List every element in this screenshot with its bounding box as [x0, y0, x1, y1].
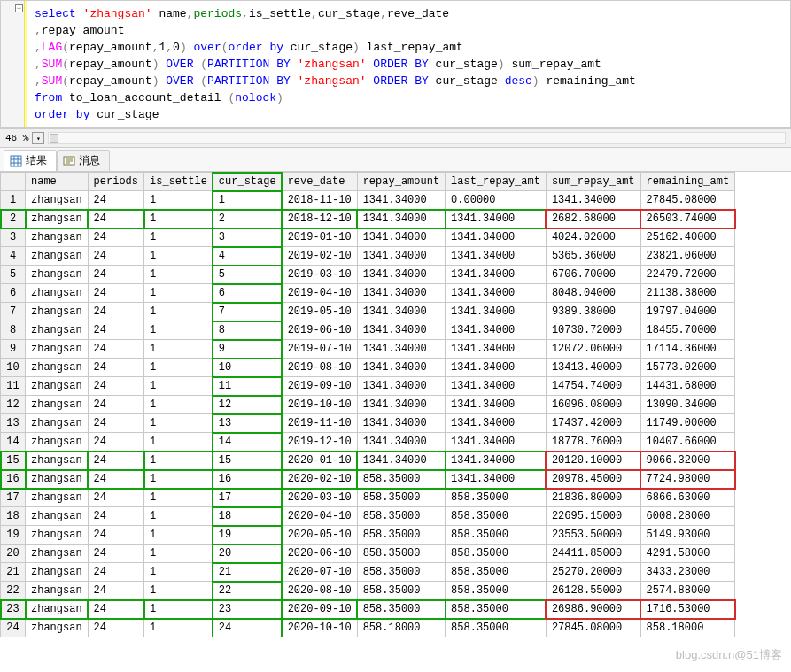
cell-name[interactable]: zhangsan [26, 266, 89, 284]
cell-name[interactable]: zhangsan [26, 619, 89, 637]
row-number[interactable]: 10 [1, 359, 26, 377]
cell-name[interactable]: zhangsan [26, 433, 89, 452]
row-number[interactable]: 14 [1, 433, 26, 452]
table-row[interactable]: 22zhangsan241222020-08-10858.35000858.35… [1, 582, 735, 600]
cell-last_repay_amt[interactable]: 0.00000 [446, 191, 547, 210]
cell-remaining_amt[interactable]: 4291.58000 [640, 545, 735, 563]
cell-periods[interactable]: 24 [88, 433, 143, 452]
cell-cur_stage[interactable]: 18 [213, 507, 282, 526]
cell-is_settle[interactable]: 1 [144, 582, 213, 600]
table-row[interactable]: 24zhangsan241242020-10-10858.18000858.35… [1, 619, 735, 637]
zoom-dropdown-icon[interactable]: ▾ [32, 132, 44, 144]
row-number[interactable]: 7 [1, 303, 26, 321]
cell-cur_stage[interactable]: 17 [213, 489, 282, 507]
cell-reve_date[interactable]: 2020-08-10 [282, 582, 357, 600]
cell-reve_date[interactable]: 2019-08-10 [282, 359, 357, 377]
cell-cur_stage[interactable]: 12 [213, 396, 282, 414]
cell-cur_stage[interactable]: 15 [213, 452, 282, 470]
cell-repay_amount[interactable]: 858.35000 [357, 600, 445, 619]
table-row[interactable]: 14zhangsan241142019-12-101341.340001341.… [1, 433, 735, 452]
cell-last_repay_amt[interactable]: 1341.34000 [446, 377, 547, 396]
cell-last_repay_amt[interactable]: 858.35000 [446, 507, 547, 526]
cell-sum_repay_amt[interactable]: 25270.20000 [546, 563, 640, 582]
cell-remaining_amt[interactable]: 2574.88000 [640, 582, 735, 600]
cell-last_repay_amt[interactable]: 1341.34000 [446, 303, 547, 321]
cell-name[interactable]: zhangsan [26, 340, 89, 359]
cell-sum_repay_amt[interactable]: 14754.74000 [546, 377, 640, 396]
horizontal-scrollbar[interactable] [48, 132, 786, 144]
cell-repay_amount[interactable]: 858.35000 [357, 545, 445, 563]
cell-remaining_amt[interactable]: 13090.34000 [640, 396, 735, 414]
cell-periods[interactable]: 24 [88, 284, 143, 303]
cell-name[interactable]: zhangsan [26, 452, 89, 470]
cell-reve_date[interactable]: 2019-03-10 [282, 266, 357, 284]
cell-name[interactable]: zhangsan [26, 210, 89, 228]
cell-last_repay_amt[interactable]: 858.35000 [446, 545, 547, 563]
cell-remaining_amt[interactable]: 27845.08000 [640, 191, 735, 210]
row-number[interactable]: 3 [1, 228, 26, 247]
cell-remaining_amt[interactable]: 11749.00000 [640, 414, 735, 433]
cell-last_repay_amt[interactable]: 1341.34000 [446, 470, 547, 489]
cell-cur_stage[interactable]: 2 [213, 210, 282, 228]
cell-reve_date[interactable]: 2020-10-10 [282, 619, 357, 637]
cell-reve_date[interactable]: 2019-12-10 [282, 433, 357, 452]
row-number[interactable]: 15 [1, 452, 26, 470]
cell-sum_repay_amt[interactable]: 26128.55000 [546, 582, 640, 600]
cell-is_settle[interactable]: 1 [144, 489, 213, 507]
cell-cur_stage[interactable]: 1 [213, 191, 282, 210]
cell-cur_stage[interactable]: 8 [213, 321, 282, 340]
row-number[interactable]: 13 [1, 414, 26, 433]
corner-header[interactable] [1, 173, 26, 191]
table-row[interactable]: 16zhangsan241162020-02-10858.350001341.3… [1, 470, 735, 489]
cell-periods[interactable]: 24 [88, 619, 143, 637]
cell-sum_repay_amt[interactable]: 16096.08000 [546, 396, 640, 414]
row-number[interactable]: 6 [1, 284, 26, 303]
cell-is_settle[interactable]: 1 [144, 619, 213, 637]
cell-cur_stage[interactable]: 19 [213, 526, 282, 545]
cell-repay_amount[interactable]: 1341.34000 [357, 377, 445, 396]
cell-is_settle[interactable]: 1 [144, 396, 213, 414]
cell-name[interactable]: zhangsan [26, 582, 89, 600]
row-number[interactable]: 5 [1, 266, 26, 284]
cell-cur_stage[interactable]: 10 [213, 359, 282, 377]
cell-repay_amount[interactable]: 1341.34000 [357, 340, 445, 359]
cell-last_repay_amt[interactable]: 858.35000 [446, 619, 547, 637]
cell-periods[interactable]: 24 [88, 210, 143, 228]
cell-periods[interactable]: 24 [88, 359, 143, 377]
row-number[interactable]: 24 [1, 619, 26, 637]
cell-periods[interactable]: 24 [88, 507, 143, 526]
table-row[interactable]: 12zhangsan241122019-10-101341.340001341.… [1, 396, 735, 414]
cell-last_repay_amt[interactable]: 1341.34000 [446, 452, 547, 470]
cell-name[interactable]: zhangsan [26, 507, 89, 526]
cell-sum_repay_amt[interactable]: 27845.08000 [546, 619, 640, 637]
cell-cur_stage[interactable]: 11 [213, 377, 282, 396]
cell-sum_repay_amt[interactable]: 6706.70000 [546, 266, 640, 284]
row-number[interactable]: 1 [1, 191, 26, 210]
cell-sum_repay_amt[interactable]: 4024.02000 [546, 228, 640, 247]
row-number[interactable]: 21 [1, 563, 26, 582]
cell-last_repay_amt[interactable]: 1341.34000 [446, 433, 547, 452]
cell-repay_amount[interactable]: 858.35000 [357, 563, 445, 582]
row-number[interactable]: 2 [1, 210, 26, 228]
cell-is_settle[interactable]: 1 [144, 507, 213, 526]
cell-is_settle[interactable]: 1 [144, 452, 213, 470]
cell-name[interactable]: zhangsan [26, 600, 89, 619]
cell-sum_repay_amt[interactable]: 12072.06000 [546, 340, 640, 359]
cell-repay_amount[interactable]: 1341.34000 [357, 359, 445, 377]
cell-last_repay_amt[interactable]: 858.35000 [446, 600, 547, 619]
sql-editor[interactable]: − select 'zhangsan' name,periods,is_sett… [0, 0, 791, 128]
cell-last_repay_amt[interactable]: 1341.34000 [446, 247, 547, 266]
cell-repay_amount[interactable]: 1341.34000 [357, 266, 445, 284]
cell-is_settle[interactable]: 1 [144, 340, 213, 359]
row-number[interactable]: 4 [1, 247, 26, 266]
cell-periods[interactable]: 24 [88, 191, 143, 210]
table-row[interactable]: 2zhangsan24122018-12-101341.340001341.34… [1, 210, 735, 228]
cell-sum_repay_amt[interactable]: 21836.80000 [546, 489, 640, 507]
cell-reve_date[interactable]: 2020-06-10 [282, 545, 357, 563]
cell-cur_stage[interactable]: 21 [213, 563, 282, 582]
cell-reve_date[interactable]: 2019-02-10 [282, 247, 357, 266]
cell-remaining_amt[interactable]: 9066.32000 [640, 452, 735, 470]
table-row[interactable]: 6zhangsan24162019-04-101341.340001341.34… [1, 284, 735, 303]
col-header-last_repay_amt[interactable]: last_repay_amt [446, 173, 547, 191]
cell-remaining_amt[interactable]: 858.18000 [640, 619, 735, 637]
